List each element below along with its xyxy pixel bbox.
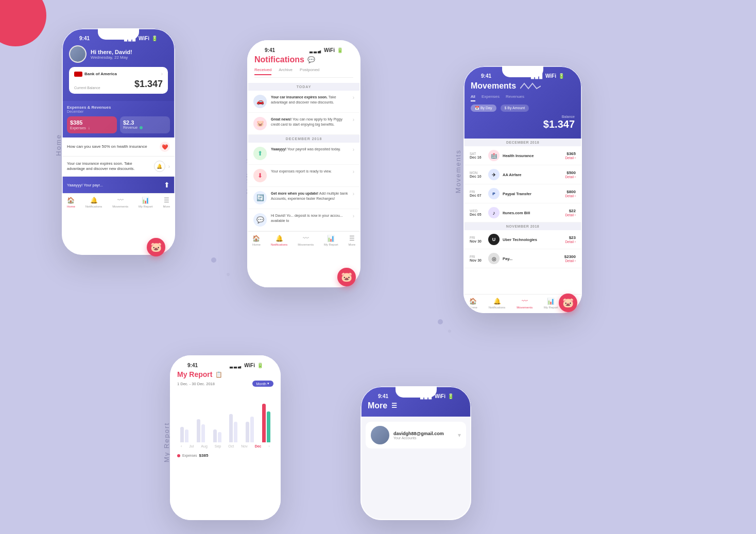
- mov-date-uber: FRI Nov 30: [470, 236, 485, 243]
- notifications-nav-icon: 🔔: [90, 197, 98, 204]
- mov-item-airfare[interactable]: MON Dec 10 ✈ AA Airfare $500 Detail ›: [463, 165, 582, 184]
- mov-item-uber[interactable]: FRI Nov 30 U Uber Technologies $23 Detai…: [463, 230, 582, 249]
- mov-date-health: SAT Dec 16: [470, 152, 485, 159]
- uber-amount: $23: [565, 235, 576, 240]
- bank-card[interactable]: Bank of America › Current Balance $1.347: [69, 67, 168, 94]
- today-section: TODAY: [247, 83, 360, 91]
- airfare-name: AA Airfare: [503, 173, 562, 177]
- phone-notifications: 9:41 ▊▊▊WiFi🔋 Notifications 💬 Received A…: [247, 40, 360, 287]
- report-filter[interactable]: Month ▾: [252, 381, 273, 387]
- notif-payroll-icon: ⬆: [253, 147, 267, 160]
- balance-amount-mov: $1.347: [471, 118, 575, 130]
- more-nav-icon: ☰: [164, 197, 169, 204]
- nav-more[interactable]: ☰ More: [163, 197, 170, 208]
- mov-item-itunes[interactable]: WED Dec 05 ♪ Itunes.com Bill $22 Detail …: [463, 203, 582, 222]
- nav-report-n[interactable]: 📊 My Report: [324, 235, 338, 246]
- piggy-mascot-notifications: 🐷: [337, 268, 356, 286]
- car-icon: 🔔: [154, 161, 165, 172]
- notif-credit-text: Great news! You can now apply to My Pigg…: [271, 117, 349, 127]
- tab-expenses-mov[interactable]: Expenses: [482, 94, 500, 101]
- report-title: My Report 📋: [177, 370, 273, 378]
- notif-item-update[interactable]: 🔄 Get more when you update! Add multiple…: [247, 187, 360, 209]
- nav-home-n[interactable]: 🏠 Home: [252, 235, 261, 246]
- notif-expenses-arrow: ›: [353, 169, 354, 175]
- health-info: Health Insurance: [503, 153, 562, 158]
- notif-car-arrow: ›: [353, 95, 354, 100]
- tab-revenues-mov[interactable]: Revenues: [506, 94, 524, 101]
- mov-date-pay2: FRI Nov 30: [470, 255, 485, 262]
- report-date-row: 1 Dec. - 30 Dec. 2018 Month ▾: [177, 381, 273, 387]
- pay2-info: Pay...: [503, 256, 561, 261]
- more-account-label: Your Accounts: [393, 436, 444, 440]
- paypal-detail[interactable]: Detail ›: [565, 194, 576, 198]
- mov-item-paypal[interactable]: FRI Dec 07 P Paypal Transfer $800 Detail…: [463, 184, 582, 203]
- more-email: davidgh88@gmail.com: [393, 431, 444, 436]
- promo-text: How can you save 50% on health insurance: [67, 144, 147, 149]
- tab-all[interactable]: All: [471, 94, 475, 101]
- bottom-nav-home: 🏠 Home 🔔 Notifications 〰 Movements 📊 My …: [62, 193, 175, 212]
- expenses-card[interactable]: $385 Expenses ↓: [67, 116, 117, 133]
- tab-received[interactable]: Received: [254, 67, 271, 75]
- bar-dec: [262, 404, 270, 442]
- more-user-info: davidgh88@gmail.com Your Accounts: [393, 431, 444, 440]
- sub-tab-day[interactable]: 📅 By Day: [471, 105, 496, 112]
- home-user-row: Hi there, David! Wednesday, 22 May: [69, 45, 168, 63]
- notif-item-deposit[interactable]: 💬 Hi David! Yo... deposit is now in your…: [247, 209, 360, 231]
- nav-home-label: Home: [67, 205, 75, 208]
- nav-more-n[interactable]: ☰ More: [348, 235, 355, 246]
- more-title: More ☰: [368, 401, 464, 410]
- greeting-date: Wednesday, 22 May: [91, 55, 132, 60]
- notif-item-expenses[interactable]: ⬇ Your expenses report is ready to view.…: [247, 165, 360, 187]
- car-insurance-item[interactable]: Your car insurance expires soon. Take ad…: [62, 157, 175, 177]
- status-time-notifications: 9:41: [265, 47, 275, 53]
- notif-item-payroll[interactable]: ⬆ Yaaayyy! Your payroll was deposited to…: [247, 143, 360, 165]
- movements-sub-tabs: 📅 By Day $ By Amount: [471, 105, 575, 112]
- pay2-detail[interactable]: Detail ›: [564, 259, 576, 263]
- health-promo[interactable]: How can you save 50% on health insurance…: [62, 137, 175, 157]
- report-camera-icon: 📋: [215, 371, 222, 378]
- notif-deposit-icon: 💬: [253, 213, 267, 227]
- balance-label: Current Balance: [74, 86, 100, 90]
- bank-name: Bank of America: [74, 72, 117, 77]
- notif-update-text: Get more when you update! Add multiple b…: [271, 191, 349, 201]
- uber-name: Uber Technologies: [503, 237, 562, 242]
- nav-movements-n[interactable]: 〰 Movements: [298, 235, 314, 246]
- nav-report-label: My Report: [139, 205, 153, 208]
- notif-item-credit[interactable]: 🐷 Great news! You can now apply to My Pi…: [247, 113, 360, 135]
- notification-strip[interactable]: Yaaayyy! Your payr... ⬆: [62, 177, 175, 193]
- bar-sep: [213, 429, 221, 442]
- nav-notifications-n[interactable]: 🔔 Notifications: [271, 235, 288, 246]
- chart-months: ‹ Jul Aug Sep Oct Nov Dec ›: [177, 444, 273, 448]
- health-detail[interactable]: Detail ›: [565, 156, 576, 160]
- label-report: My Report: [163, 422, 170, 462]
- itunes-detail[interactable]: Detail ›: [565, 213, 576, 217]
- piggy-mascot-movements: 🐷: [559, 294, 577, 312]
- nav-movements-m[interactable]: 〰 Movements: [517, 298, 532, 309]
- tab-archive[interactable]: Archive: [279, 67, 293, 75]
- er-title: Expenses & Revenues: [67, 105, 170, 110]
- mov-date-itunes: WED Dec 05: [470, 209, 485, 216]
- uber-detail[interactable]: Detail ›: [565, 240, 576, 244]
- mov-item-pay2[interactable]: FRI Nov 30 ◎ Pay... $2300 Detail ›: [463, 249, 582, 268]
- nav-notifications-m[interactable]: 🔔 Notifications: [489, 298, 506, 309]
- more-menu-icon: ☰: [391, 402, 397, 409]
- nav-report-m[interactable]: 📊 My Report: [544, 298, 558, 309]
- notif-expenses-icon: ⬇: [253, 169, 267, 182]
- more-user-card[interactable]: davidgh88@gmail.com Your Accounts ▾: [366, 422, 466, 449]
- notif-item-car[interactable]: 🚗 Your car insurance expires soon. Take …: [247, 91, 360, 113]
- airfare-detail[interactable]: Detail ›: [565, 175, 576, 179]
- airfare-info: AA Airfare: [503, 173, 562, 177]
- balance-label-mov: Balance: [471, 115, 575, 118]
- nav-report[interactable]: 📊 My Report: [139, 197, 153, 208]
- itunes-name: Itunes.com Bill: [503, 211, 562, 215]
- bank-balance: $1.347: [134, 79, 163, 90]
- nav-home-m[interactable]: 🏠 Home: [469, 298, 477, 309]
- nav-movements[interactable]: 〰 Movements: [112, 197, 128, 208]
- revenues-card[interactable]: $2.3 Revenue: [120, 116, 170, 133]
- tab-postponed[interactable]: Postponed: [300, 67, 319, 75]
- mov-item-health[interactable]: SAT Dec 16 🏥 Health Insurance $365 Detai…: [463, 146, 582, 165]
- sub-tab-amount[interactable]: $ By Amount: [501, 105, 529, 112]
- nav-notifications[interactable]: 🔔 Notifications: [85, 197, 102, 208]
- report-date: 1 Dec. - 30 Dec. 2018: [177, 382, 215, 386]
- nav-home[interactable]: 🏠 Home: [67, 197, 75, 208]
